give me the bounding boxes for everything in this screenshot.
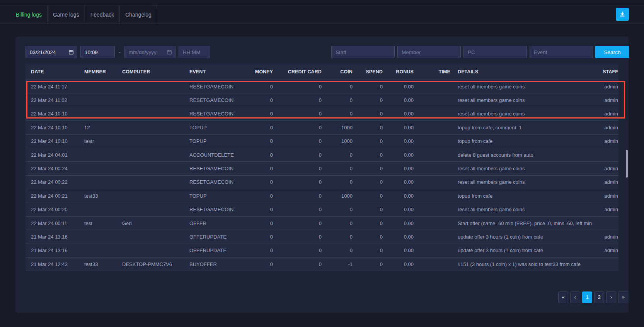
- cell-computer: DESKTOP-PMMC7V6: [116, 261, 184, 267]
- pagination-page-1[interactable]: 1: [582, 291, 592, 303]
- pagination-next-button[interactable]: ›: [606, 291, 616, 303]
- download-icon: [619, 11, 626, 18]
- cell-date: 22 Mar 24 10:10: [26, 125, 79, 130]
- cell-bonus: 0.00: [383, 234, 414, 240]
- cell-coin: 1000: [322, 193, 353, 199]
- search-button[interactable]: Search: [595, 46, 629, 58]
- cell-staff: admin: [592, 193, 618, 199]
- calendar-icon[interactable]: [68, 49, 74, 55]
- tab-feedback[interactable]: Feedback: [85, 5, 119, 24]
- date-to-input[interactable]: [129, 49, 165, 55]
- cell-coin: 0: [322, 179, 353, 185]
- cell-bonus: 0.00: [383, 84, 414, 90]
- cell-spend: 0: [353, 152, 383, 158]
- tab-billing-logs[interactable]: Billing logs: [10, 5, 47, 24]
- time-to-input[interactable]: [179, 46, 210, 58]
- cell-coin: 0: [322, 111, 353, 117]
- cell-details: reset all members game coins: [450, 84, 592, 90]
- top-bar: Billing logsGame logsFeedbackChangelog: [0, 0, 644, 37]
- table-row: 22 Mar 24 10:10RESETGAMECOIN00000.00rese…: [26, 107, 618, 120]
- cell-date: 21 Mar 24 12:43: [26, 261, 79, 267]
- table-row: 22 Mar 24 00:24RESETGAMECOIN00000.00rese…: [26, 161, 618, 175]
- table-row: 22 Mar 24 00:20RESETGAMECOIN00000.00rese…: [26, 203, 618, 216]
- staff-filter-input[interactable]: [331, 46, 395, 58]
- table-row: 22 Mar 24 00:21test33TOPUP00100000.00top…: [26, 189, 618, 202]
- cell-spend: 0: [353, 234, 383, 240]
- cell-bonus: 0.00: [383, 261, 414, 267]
- cell-money: 0: [244, 138, 273, 144]
- column-header-credit_card: CREDIT CARD: [273, 69, 322, 75]
- pagination-last-button[interactable]: »: [618, 291, 628, 303]
- cell-date: 22 Mar 24 00:20: [26, 207, 79, 212]
- cell-date: 22 Mar 24 10:10: [26, 111, 79, 117]
- cell-details: update offer 3 hours (1 coin) from cafe: [450, 247, 592, 253]
- cell-staff: admin: [592, 247, 618, 253]
- cell-date: 21 Mar 24 13:16: [26, 247, 79, 253]
- cell-staff: admin: [592, 84, 618, 90]
- column-header-staff: STAFF: [592, 69, 618, 75]
- cell-money: 0: [244, 166, 273, 171]
- cell-credit_card: 0: [273, 193, 322, 199]
- cell-staff: admin: [592, 125, 618, 130]
- table-row: 21 Mar 24 12:43test33DESKTOP-PMMC7V6BUYO…: [26, 257, 618, 271]
- cell-bonus: 0.00: [383, 111, 414, 117]
- cell-date: 22 Mar 24 00:22: [26, 179, 79, 185]
- cell-member: 12: [79, 125, 116, 130]
- cell-coin: 0: [322, 166, 353, 171]
- time-from-input[interactable]: [80, 46, 115, 58]
- cell-bonus: 0.00: [383, 97, 414, 103]
- cell-spend: 0: [353, 247, 383, 253]
- cell-credit_card: 0: [273, 207, 322, 212]
- date-from-input[interactable]: [30, 49, 67, 55]
- date-to-field[interactable]: [124, 46, 175, 58]
- cell-money: 0: [244, 247, 273, 253]
- cell-coin: 0: [322, 207, 353, 212]
- date-from-field[interactable]: [26, 46, 77, 58]
- cell-event: RESETGAMECOIN: [184, 84, 244, 90]
- cell-credit_card: 0: [273, 138, 322, 144]
- cell-date: 22 Mar 24 04:01: [26, 152, 79, 158]
- download-button[interactable]: [616, 8, 629, 21]
- pagination-page-2[interactable]: 2: [594, 291, 604, 303]
- cell-event: RESETGAMECOIN: [184, 207, 244, 212]
- cell-staff: admin: [592, 138, 618, 144]
- cell-event: OFFER: [184, 220, 244, 226]
- cell-computer: Geri: [116, 220, 184, 226]
- pagination-first-button[interactable]: «: [558, 291, 568, 303]
- event-filter-input[interactable]: [530, 46, 593, 58]
- member-filter-input[interactable]: [397, 46, 461, 58]
- cell-spend: 0: [353, 84, 383, 90]
- cell-bonus: 0.00: [383, 179, 414, 185]
- cell-details: delete 8 guest accounts from auto: [450, 152, 592, 158]
- table-row: 21 Mar 24 13:16OFFERUPDATE00000.00update…: [26, 230, 618, 243]
- cell-spend: 0: [353, 207, 383, 212]
- cell-date: 22 Mar 24 11:02: [26, 97, 79, 103]
- cell-money: 0: [244, 179, 273, 185]
- cell-details: reset all members game coins: [450, 166, 592, 171]
- cell-details: Start offer (name=60 min (FREE), price=0…: [450, 220, 592, 226]
- pc-filter-input[interactable]: [463, 46, 527, 58]
- table-scrollbar-thumb[interactable]: [626, 150, 628, 178]
- cell-date: 22 Mar 24 11:17: [26, 84, 79, 90]
- tab-changelog[interactable]: Changelog: [119, 5, 157, 24]
- calendar-icon[interactable]: [167, 49, 172, 55]
- cell-credit_card: 0: [273, 111, 322, 117]
- cell-staff: admin: [592, 207, 618, 212]
- cell-money: 0: [244, 261, 273, 267]
- cell-money: 0: [244, 152, 273, 158]
- table-row: 22 Mar 24 00:11testGeriOFFER00000.00Star…: [26, 216, 618, 230]
- table-row: 22 Mar 24 10:10testrTOPUP00100000.00topu…: [26, 134, 618, 148]
- cell-money: 0: [244, 111, 273, 117]
- cell-details: update offer 3 hours (1 coin) from cafe: [450, 234, 592, 240]
- cell-bonus: 0.00: [383, 247, 414, 253]
- tab-game-logs[interactable]: Game logs: [47, 5, 85, 24]
- cell-credit_card: 0: [273, 152, 322, 158]
- table-row: 22 Mar 24 04:01ACCOUNTDELETE00000.00dele…: [26, 148, 618, 161]
- cell-date: 21 Mar 24 13:16: [26, 234, 79, 240]
- range-separator: -: [119, 49, 121, 55]
- billing-logs-table: DATEMEMBERCOMPUTEREVENTMONEYCREDIT CARDC…: [26, 64, 618, 271]
- column-header-time: TIME: [414, 69, 450, 75]
- cell-details: reset all members game coins: [450, 111, 592, 117]
- pagination-prev-button[interactable]: ‹: [570, 291, 580, 303]
- cell-staff: admin: [592, 234, 618, 240]
